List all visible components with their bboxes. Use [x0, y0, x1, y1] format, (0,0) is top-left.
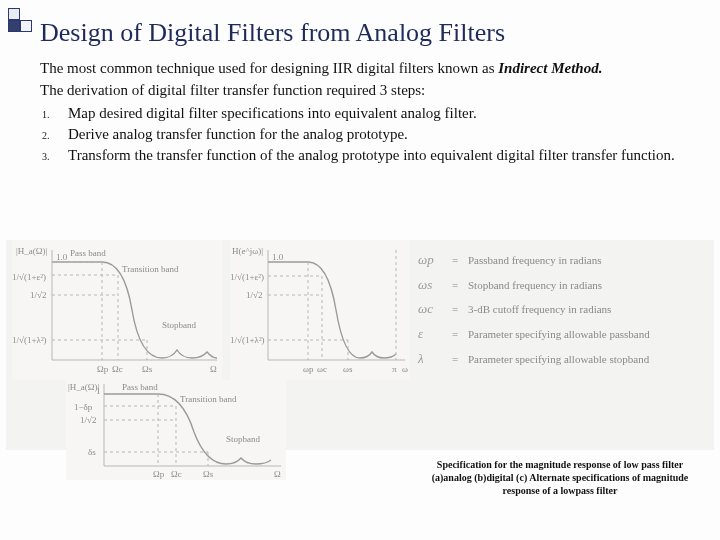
def-wp-sym: ωp — [418, 248, 452, 273]
svg-text:|H_a(Ω)|: |H_a(Ω)| — [68, 382, 99, 392]
svg-text:Ωs: Ωs — [142, 364, 153, 374]
svg-text:Ωp: Ωp — [97, 364, 109, 374]
step-2-num: 2. — [40, 124, 68, 143]
svg-text:δs: δs — [88, 447, 96, 457]
def-ws-text: Stopband frequency in radians — [468, 275, 602, 296]
svg-text:1/√(1+λ²): 1/√(1+λ²) — [230, 335, 265, 345]
step-3: 3. Transform the transfer function of th… — [40, 145, 690, 165]
step-2-text: Derive analog transfer function for the … — [68, 124, 690, 144]
def-ws-sym: ωs — [418, 273, 452, 298]
svg-text:1/√2: 1/√2 — [80, 415, 96, 425]
svg-text:Stopband: Stopband — [162, 320, 197, 330]
svg-text:Transition band: Transition band — [180, 394, 237, 404]
svg-text:1/√(1+ε²): 1/√(1+ε²) — [230, 272, 264, 282]
step-1-num: 1. — [40, 103, 68, 122]
def-eps-sym: ε — [418, 322, 452, 347]
parameter-definitions: ωp=Passband frequency in radians ωs=Stop… — [418, 248, 708, 371]
svg-text:1.0: 1.0 — [272, 252, 284, 262]
step-1: 1. Map desired digital filter specificat… — [40, 103, 690, 123]
svg-text:1−δp: 1−δp — [74, 402, 93, 412]
step-3-text: Transform the transfer function of the a… — [68, 145, 690, 165]
svg-text:ωs: ωs — [343, 364, 353, 374]
svg-text:Transition band: Transition band — [122, 264, 179, 274]
step-1-text: Map desired digital filter specification… — [68, 103, 690, 123]
svg-text:1: 1 — [96, 386, 101, 396]
svg-text:Stopband: Stopband — [226, 434, 261, 444]
svg-text:Pass band: Pass band — [70, 248, 106, 258]
svg-text:Ω: Ω — [210, 364, 217, 374]
svg-text:Pass band: Pass band — [122, 382, 158, 392]
svg-text:1/√(1+ε²): 1/√(1+ε²) — [12, 272, 46, 282]
svg-text:|H_a(Ω)|: |H_a(Ω)| — [16, 246, 47, 256]
svg-text:1/√2: 1/√2 — [30, 290, 46, 300]
plot-c-alternate: |H_a(Ω)| 1 1−δp 1/√2 δs Pass band Transi… — [66, 380, 286, 480]
def-wp-text: Passband frequency in radians — [468, 250, 602, 271]
page-title: Design of Digital Filters from Analog Fi… — [40, 18, 505, 48]
svg-text:1/√2: 1/√2 — [246, 290, 262, 300]
svg-text:Ω: Ω — [274, 469, 281, 479]
plot-b-digital: H(e^jω)| 1.0 1/√(1+ε²) 1/√2 1/√(1+λ²) ωp… — [230, 240, 410, 380]
svg-text:H(e^jω)|: H(e^jω)| — [232, 246, 263, 256]
svg-text:ωc: ωc — [317, 364, 327, 374]
def-eps-text: Parameter specifying allowable passband — [468, 324, 650, 345]
svg-text:Ωp: Ωp — [153, 469, 165, 479]
def-wc-sym: ωc — [418, 297, 452, 322]
svg-text:Ωs: Ωs — [203, 469, 214, 479]
def-wc-text: 3-dB cutoff frequency in radians — [468, 299, 611, 320]
svg-text:ω: ω — [402, 364, 408, 374]
figure-zone: |H_a(Ω)| 1.0 Pass band Transition band S… — [6, 240, 714, 450]
step-2: 2. Derive analog transfer function for t… — [40, 124, 690, 144]
svg-text:π: π — [392, 364, 397, 374]
def-lambda-text: Parameter specifying allowable stopband — [468, 349, 649, 370]
svg-text:1.0: 1.0 — [56, 252, 68, 262]
svg-text:Ωc: Ωc — [171, 469, 182, 479]
plot-a-analog: |H_a(Ω)| 1.0 Pass band Transition band S… — [12, 240, 222, 380]
svg-text:Ωc: Ωc — [112, 364, 123, 374]
figure-caption: Specification for the magnitude response… — [420, 458, 700, 497]
body-text: The most common technique used for desig… — [40, 58, 690, 166]
intro-emph: Indirect Method. — [498, 60, 602, 76]
svg-text:ωp: ωp — [303, 364, 314, 374]
intro-line-1a: The most common technique used for desig… — [40, 60, 498, 76]
step-3-num: 3. — [40, 145, 68, 164]
def-lambda-sym: λ — [418, 347, 452, 372]
svg-text:1/√(1+λ²): 1/√(1+λ²) — [12, 335, 47, 345]
intro-line-2: The derivation of digital filter transfe… — [40, 80, 690, 100]
